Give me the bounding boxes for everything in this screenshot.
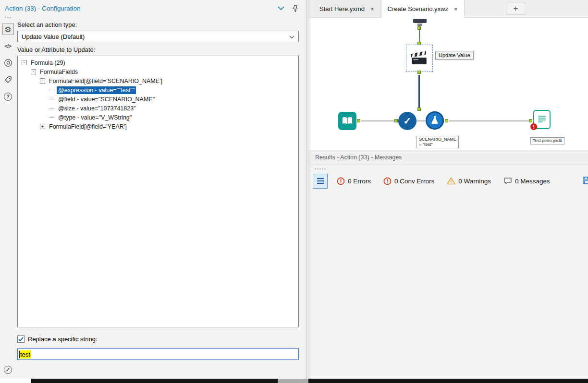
- error-icon: [383, 177, 392, 185]
- collapse-node-icon[interactable]: -: [40, 78, 45, 84]
- connection-anchor[interactable]: [394, 119, 398, 122]
- connector-line[interactable]: [361, 120, 394, 121]
- tree-node[interactable]: +FormulaField[@field='YEAR']: [18, 122, 298, 131]
- document-tab-bar: Start Here.yxmd×Create Scenario.yxwz× +: [310, 0, 588, 18]
- results-content: [310, 193, 588, 379]
- tree-node[interactable]: @size - value="1073741823": [18, 104, 298, 113]
- tree-node[interactable]: -FormulaField[@field='SCENARIO_NAME']: [18, 76, 298, 85]
- window-edge: [278, 379, 308, 383]
- document-tab[interactable]: Create Scenario.yxwz×: [381, 0, 465, 18]
- tag-icon[interactable]: [2, 74, 14, 85]
- tree-node[interactable]: @expression - value=""test"": [18, 85, 298, 95]
- tooltip-text: Update Value: [439, 52, 470, 58]
- tree-node[interactable]: -Formula (29): [18, 58, 298, 67]
- connection-anchor[interactable]: [357, 119, 360, 122]
- status-0-messages[interactable]: 0 Messages: [503, 177, 550, 185]
- workspace: Start Here.yxmd×Create Scenario.yxwz× +: [310, 0, 588, 379]
- results-panel: Results - Action (33) - Messages 0 Error…: [310, 150, 588, 379]
- selected-input-text: test: [20, 350, 31, 359]
- connection-anchor[interactable]: [417, 71, 421, 74]
- configuration-panel: Action (33) - Configuration ⚙ </> ? ✓: [0, 0, 306, 379]
- tree-leaf-connector: [49, 117, 55, 118]
- check-icon: ✓: [404, 115, 412, 127]
- connection-anchor[interactable]: [529, 119, 532, 122]
- results-header: Results - Action (33) - Messages: [310, 150, 588, 165]
- input-tool[interactable]: [338, 112, 356, 130]
- error-badge-text: !: [533, 124, 534, 130]
- xml-code-icon[interactable]: </>: [2, 40, 14, 52]
- action-type-select[interactable]: Update Value (Default): [17, 31, 299, 42]
- window-edge: [31, 379, 278, 383]
- status-0-errors[interactable]: 0 Errors: [337, 177, 371, 185]
- message-list-view-button[interactable]: [313, 174, 328, 189]
- tree-node[interactable]: -FormulaFields: [18, 67, 298, 76]
- tree-node-label: @field - value="SCENARIO_NAME": [57, 96, 156, 103]
- close-tab-icon[interactable]: ×: [370, 5, 374, 12]
- connector-line[interactable]: [416, 120, 426, 121]
- tree-node-label: @size - value="1073741823": [57, 105, 137, 112]
- action-type-label: Select an action type:: [17, 21, 299, 28]
- tree-leaf-connector: [49, 108, 55, 108]
- drag-grip[interactable]: [314, 168, 327, 170]
- collapse-node-icon[interactable]: -: [22, 60, 27, 65]
- tree-node[interactable]: @field - value="SCENARIO_NAME": [18, 95, 298, 104]
- warning-icon: [447, 177, 455, 185]
- tree-node-label: FormulaField[@field='SCENARIO_NAME']: [48, 77, 164, 85]
- connection-anchor[interactable]: [417, 108, 421, 111]
- tree-node-label: FormulaFields: [38, 68, 79, 76]
- tool-error-badge: !: [530, 123, 537, 130]
- new-workflow-tab-button[interactable]: +: [507, 2, 525, 15]
- status-label: 0 Errors: [348, 178, 371, 185]
- replace-string-input[interactable]: test: [17, 348, 299, 360]
- formula-tool[interactable]: [426, 111, 444, 130]
- tree-node-label: @type - value="V_WString": [57, 114, 133, 121]
- connection-anchor[interactable]: [445, 119, 448, 122]
- annotation-line: Test perm.yxdb: [533, 138, 562, 144]
- tree-leaf-connector: [49, 99, 55, 99]
- error-icon: [337, 177, 345, 185]
- panel-pin-icon[interactable]: [292, 5, 299, 12]
- connection-anchor[interactable]: [417, 26, 421, 30]
- connector-line[interactable]: [449, 120, 529, 121]
- document-tab[interactable]: Start Here.yxmd×: [313, 0, 381, 17]
- expand-node-icon[interactable]: +: [40, 124, 45, 129]
- gear-icon[interactable]: ⚙: [2, 24, 14, 35]
- tool-name-tooltip: Update Value: [435, 51, 474, 60]
- tree-node-label: FormulaField[@field='YEAR']: [48, 123, 128, 131]
- drag-grip[interactable]: [4, 16, 12, 18]
- results-toolbar: 0 Errors0 Conv Errors0 Warnings0 Message…: [310, 165, 588, 193]
- config-header: Action (33) - Configuration: [0, 0, 306, 14]
- refresh-icon[interactable]: [2, 57, 14, 69]
- config-body: Select an action type: Update Value (Def…: [17, 19, 299, 360]
- connector-line[interactable]: [418, 75, 420, 108]
- config-panel-title: Action (33) - Configuration: [5, 5, 81, 12]
- panel-splitter[interactable]: [306, 0, 310, 379]
- checkbox-interface-tool[interactable]: ✓: [398, 112, 416, 130]
- status-0-warnings[interactable]: 0 Warnings: [447, 177, 491, 185]
- tab-label: Create Scenario.yxwz: [388, 5, 448, 12]
- attribute-tree[interactable]: -Formula (29)-FormulaFields-FormulaField…: [17, 56, 299, 327]
- close-tab-icon[interactable]: ×: [454, 5, 458, 12]
- annotation-line: = "test": [419, 142, 456, 147]
- window-edge: [308, 379, 588, 383]
- formula-annotation: SCENARIO_NAME = "test": [416, 136, 459, 148]
- tree-node[interactable]: @type - value="V_WString": [18, 113, 298, 122]
- replace-string-checkbox[interactable]: [17, 335, 24, 343]
- action-tool-update-value[interactable]: [410, 48, 429, 68]
- collapse-node-icon[interactable]: -: [31, 69, 36, 74]
- workflow-canvas[interactable]: Update Value ✓: [310, 18, 588, 150]
- save-results-icon[interactable]: [582, 176, 588, 187]
- status-0-conv-errors[interactable]: 0 Conv Errors: [383, 177, 434, 185]
- replace-string-row[interactable]: Replace a specific string:: [17, 335, 299, 343]
- tree-node-label: Formula (29): [29, 59, 67, 67]
- output-annotation: Test perm.yxdb: [530, 137, 564, 144]
- validate-check-icon[interactable]: ✓: [4, 366, 12, 374]
- upstream-tool[interactable]: [413, 19, 427, 26]
- tree-section-label: Value or Attribute to Update:: [17, 46, 299, 53]
- message-icon: [503, 177, 512, 185]
- panel-collapse-chevron-icon[interactable]: [278, 6, 284, 11]
- config-tool-strip: ⚙ </> ? ✓: [0, 16, 16, 379]
- status-label: 0 Warnings: [458, 178, 491, 185]
- tab-label: Start Here.yxmd: [319, 5, 365, 12]
- help-icon[interactable]: ?: [2, 91, 14, 102]
